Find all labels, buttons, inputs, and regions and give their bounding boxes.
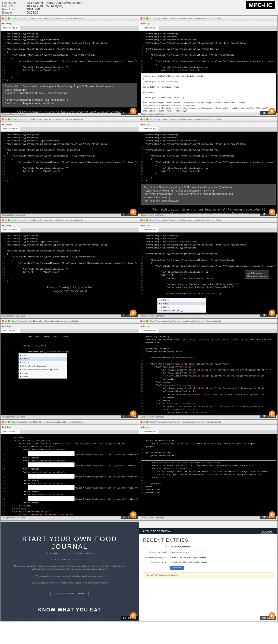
- tab-bar[interactable]: JournalModule.cs: [1, 228, 139, 232]
- intellisense-item[interactable]: ♦ query:: [157, 305, 206, 309]
- toolbar[interactable]: ▶ Debug: [1, 324, 139, 329]
- maximize-icon[interactable]: [8, 219, 10, 221]
- tab[interactable]: JournalModule.cs: [1, 26, 20, 31]
- play-button-icon[interactable]: [269, 310, 275, 316]
- close-icon[interactable]: [140, 118, 143, 120]
- submit-button[interactable]: SUBMIT: [170, 566, 184, 570]
- maximize-icon[interactable]: [146, 320, 149, 322]
- maximize-icon[interactable]: [8, 421, 10, 423]
- minimize-icon[interactable]: [5, 219, 7, 221]
- thumbnail-7[interactable]: CodeProgression.FoodJournal - views/jour…: [139, 319, 277, 419]
- window-title-bar[interactable]: CodeProgression.FoodJournal - ...Journal…: [1, 319, 139, 324]
- window-title-bar[interactable]: CodeProgression.FoodJournal - RoutesJour…: [139, 16, 277, 21]
- tab[interactable]: JournalModule.cs: [139, 26, 159, 31]
- intellisense-popup[interactable]: ♦ IQuery♦ query♦ query:♦ RecentEntryList…: [157, 298, 206, 313]
- tab[interactable]: JournalModule.cs: [1, 329, 20, 333]
- minimize-icon[interactable]: [5, 320, 7, 322]
- play-button-icon[interactable]: [269, 108, 275, 114]
- window-title-bar[interactable]: CodeProgression.FoodJournal - views/jour…: [1, 420, 139, 425]
- window-title-bar[interactable]: CodeProgression.FoodJournal - RoutesJour…: [139, 218, 277, 223]
- minimize-icon[interactable]: [143, 118, 146, 120]
- tab[interactable]: JournalModule.cs: [1, 228, 20, 232]
- play-button-icon[interactable]: [130, 511, 137, 518]
- play-button-icon[interactable]: [269, 209, 275, 215]
- thumbnail-4[interactable]: CodeProgression.FoodJournal - RoutesJour…: [1, 218, 139, 318]
- maximize-icon[interactable]: [146, 219, 149, 221]
- tab[interactable]: JournalModule.cs: [1, 127, 20, 132]
- play-button-icon[interactable]: [130, 209, 137, 215]
- thumbnail-11[interactable]: ★ YOUR FOOD JOURNAL LOGOUT RECENT ENTRIE…: [139, 521, 277, 621]
- play-button-icon[interactable]: [269, 410, 275, 417]
- window-title-bar[interactable]: CodeProgression.FoodJournal - views/jour…: [139, 319, 277, 324]
- toolbar[interactable]: ▶ Debug: [139, 122, 277, 127]
- tab-bar[interactable]: JournalModule.cs: [1, 329, 139, 333]
- toolbar[interactable]: ▶ Debug: [1, 223, 139, 228]
- minimize-icon[interactable]: [5, 118, 7, 120]
- code-editor[interactable]: 1 2@IfNot.HasRecentEntries 3 "kw"><p cla…: [139, 434, 277, 516]
- code-editor[interactable]: 1"kw">using "type">System; 2"kw">using "…: [1, 232, 139, 314]
- tab[interactable]: JournalModule.cs: [139, 430, 159, 434]
- tab-bar[interactable]: JournalModule.cs: [1, 26, 139, 31]
- tab[interactable]: JournalModule.cs: [139, 329, 159, 333]
- code-editor[interactable]: 1 "kw">return View["index", model]; 2 };…: [1, 333, 139, 415]
- date-value[interactable]: 10/10/2014, 09:02 PM: [170, 546, 192, 548]
- intellisense-item[interactable]: ♦ EntryPointNotFoundException: [19, 368, 67, 371]
- minimize-icon[interactable]: [143, 320, 146, 322]
- intellisense-item[interactable]: ♦ Enum: [19, 375, 67, 378]
- minimize-icon[interactable]: [143, 17, 146, 20]
- code-editor[interactable]: 1"kw">using "type">System; 2"kw">using "…: [139, 232, 277, 314]
- window-title-bar[interactable]: CodeProgression.FoodJournal - RoutesJour…: [1, 218, 139, 223]
- close-icon[interactable]: [140, 219, 143, 221]
- window-title-bar[interactable]: CodeProgression.FoodJournal - views/jour…: [139, 420, 277, 425]
- tab-bar[interactable]: JournalModule.cs: [139, 430, 277, 434]
- toolbar[interactable]: ▶ Debug: [139, 21, 277, 26]
- play-button-icon[interactable]: [130, 410, 137, 417]
- tab-bar[interactable]: JournalModule.cs: [139, 228, 277, 232]
- toolbar[interactable]: ▶ Debug: [1, 425, 139, 430]
- tab[interactable]: JournalModule.cs: [1, 430, 20, 434]
- close-icon[interactable]: [2, 320, 4, 322]
- code-editor[interactable]: 1"kw">using "type">System; 2"kw">using "…: [1, 31, 139, 113]
- play-button-icon[interactable]: [269, 612, 275, 619]
- close-icon[interactable]: [140, 421, 143, 423]
- intellisense-item[interactable]: ♦ Entry: [19, 357, 67, 361]
- thumbnail-2[interactable]: CodeProgression.FoodJournal - RoutesJour…: [1, 117, 139, 217]
- toolbar[interactable]: ▶ Debug: [1, 21, 139, 26]
- maximize-icon[interactable]: [146, 118, 149, 120]
- close-icon[interactable]: [140, 17, 143, 20]
- cta-button[interactable]: GET STARTED TODAY: [50, 591, 89, 596]
- code-editor[interactable]: 1"kw">using "type">System; 2"kw">using "…: [139, 132, 277, 213]
- minimize-icon[interactable]: [5, 17, 7, 20]
- play-button-icon[interactable]: [130, 612, 137, 619]
- minimize-icon[interactable]: [143, 421, 146, 423]
- close-icon[interactable]: [2, 17, 4, 20]
- thumbnail-9[interactable]: CodeProgression.FoodJournal - views/jour…: [139, 420, 277, 520]
- toolbar[interactable]: ▶ Debug: [139, 425, 277, 430]
- close-icon[interactable]: [2, 219, 4, 221]
- thumbnail-6[interactable]: CodeProgression.FoodJournal - ...Journal…: [1, 319, 139, 419]
- tab-bar[interactable]: JournalModule.cs: [1, 127, 139, 132]
- intellisense-item[interactable]: ♦ enum: [19, 371, 67, 375]
- close-icon[interactable]: [140, 320, 143, 322]
- play-button-icon[interactable]: [130, 310, 137, 316]
- minimize-icon[interactable]: [143, 219, 146, 221]
- maximize-icon[interactable]: [146, 421, 149, 423]
- thumbnail-8[interactable]: CodeProgression.FoodJournal - views/jour…: [1, 420, 139, 520]
- thumbnail-5[interactable]: CodeProgression.FoodJournal - RoutesJour…: [139, 218, 277, 318]
- thumbnail-10[interactable]: START YOUR OWN FOOD JOURNAL BE MINDFUL O…: [1, 521, 139, 621]
- close-icon[interactable]: [2, 421, 4, 423]
- tab-bar[interactable]: JournalModule.cs: [139, 329, 277, 333]
- intellisense-popup[interactable]: ♦ else♦ Entry♦ Entry♦ EntryCreateCommand…: [18, 353, 67, 379]
- thumbnail-1[interactable]: CodeProgression.FoodJournal - RoutesJour…: [139, 16, 277, 116]
- thumbnail-3[interactable]: CodeProgression.FoodJournal - RoutesJour…: [139, 117, 277, 217]
- intellisense-item[interactable]: ♦ EntryCreateCommand: [19, 364, 67, 368]
- maximize-icon[interactable]: [8, 320, 10, 322]
- code-editor[interactable]: 1"kw">using "type">System; 2"kw">using "…: [1, 132, 139, 213]
- window-title-bar[interactable]: CodeProgression.FoodJournal - RoutesJour…: [139, 117, 277, 122]
- desc-input[interactable]: [170, 550, 203, 554]
- tab[interactable]: JournalModule.cs: [139, 127, 159, 132]
- code-editor[interactable]: 1 "kw"></div> 2 "kw"><div class="form-gr…: [1, 434, 139, 516]
- intellisense-item[interactable]: ♦ query: [157, 302, 206, 305]
- play-button-icon[interactable]: [130, 108, 137, 114]
- maximize-icon[interactable]: [146, 17, 149, 20]
